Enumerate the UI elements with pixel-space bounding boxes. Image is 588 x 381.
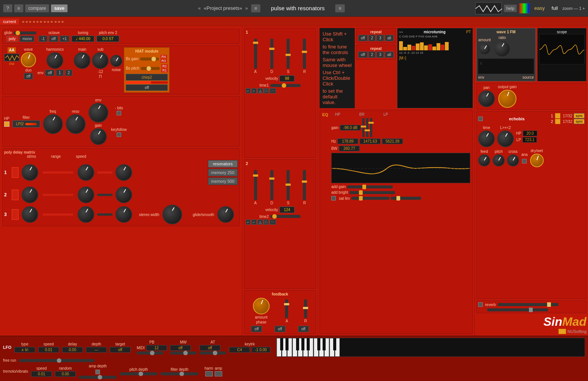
env1-shape-1[interactable]: ⌐ <box>246 88 251 93</box>
sat-lim-slider[interactable] <box>351 197 389 200</box>
full-button[interactable]: full <box>549 4 560 12</box>
env1-a-slider[interactable] <box>254 39 257 69</box>
add-bright-slider[interactable] <box>349 191 395 194</box>
env2-shape-5[interactable]: ⋯ <box>270 219 276 225</box>
feedback-a-slider[interactable] <box>285 299 288 318</box>
eq-bw-value[interactable]: 260.77 <box>339 146 360 151</box>
lfo-target-value[interactable]: off <box>110 347 131 353</box>
mw-slider[interactable] <box>170 351 197 355</box>
env1-time1-slider[interactable] <box>270 84 301 87</box>
stereo-width-knob[interactable] <box>162 205 182 224</box>
resonators-button[interactable]: resonators <box>208 160 238 168</box>
filter-gain-knob[interactable] <box>90 128 107 145</box>
tuning-value[interactable]: ♩ 440.00 <box>72 36 94 42</box>
at-slider[interactable] <box>200 351 226 355</box>
sat-lim-toggle[interactable] <box>331 196 336 201</box>
tremolo-filter-slider[interactable] <box>161 372 198 375</box>
bs-gain-slider[interactable] <box>140 58 159 61</box>
delay-row-3-range[interactable] <box>78 206 94 223</box>
aa-label[interactable]: AA <box>8 47 16 53</box>
help-icon-button[interactable]: help <box>504 5 517 12</box>
env2-shape-2[interactable]: ⌐ <box>251 219 256 225</box>
nav-left-arrows[interactable]: « « « » » » « « « » » » <box>19 19 67 24</box>
oct-minus-button[interactable]: -1 <box>39 36 47 42</box>
preset-menu-button[interactable]: ≡ <box>251 4 260 12</box>
echobis-lxr2-knob[interactable] <box>497 131 514 147</box>
echobis-indicator1[interactable] <box>555 113 560 118</box>
delay-row-2-speed[interactable] <box>115 187 132 203</box>
output-gain-knob[interactable] <box>498 90 516 108</box>
easy-button[interactable]: easy <box>532 4 547 12</box>
delay-row-3-speed[interactable] <box>115 206 132 223</box>
memory500-button[interactable]: memory 500 <box>208 177 238 185</box>
poly-button[interactable]: poly <box>6 36 18 42</box>
delay-row-1-speed[interactable] <box>115 164 132 181</box>
feedback-r-slider[interactable] <box>304 299 307 318</box>
env1-s-slider[interactable] <box>287 39 290 69</box>
r2-label[interactable]: R2 <box>161 64 168 68</box>
repeat1-2[interactable]: 2 <box>368 35 376 41</box>
lfo-depth-value[interactable]: --- <box>86 347 107 353</box>
echobis-lp-value[interactable]: 723.1 <box>522 137 537 143</box>
microtuning-arrows[interactable]: >> <box>399 30 403 34</box>
repeat2-all[interactable]: all <box>385 51 394 58</box>
pb-value[interactable]: 12 <box>146 345 167 351</box>
nav-next-arrows[interactable]: » » » <box>33 19 42 24</box>
nav-prev2-arrows[interactable]: « « « <box>44 19 53 24</box>
env1-shape-5[interactable]: ⋯ <box>270 88 276 93</box>
echobis-indicator2[interactable] <box>555 119 560 124</box>
r1-label[interactable]: R1 <box>161 68 168 72</box>
compare-button[interactable]: compare <box>25 4 50 12</box>
sat-lim-slider2[interactable] <box>391 197 421 200</box>
mono-button[interactable]: mono <box>20 36 34 42</box>
echobis-drywet-knob[interactable] <box>530 154 544 167</box>
delay-row-1-stms[interactable] <box>22 164 38 181</box>
keyfollow-toggle[interactable] <box>117 132 121 137</box>
env1-d-slider[interactable] <box>270 39 273 69</box>
c4-value[interactable]: C4 <box>229 347 250 353</box>
env1-velocity-value[interactable]: 98 <box>279 75 295 82</box>
add-gain-slider[interactable] <box>347 185 393 188</box>
preset-right-menu[interactable]: ≡ <box>335 4 345 12</box>
mt-display[interactable]: [M↑] <box>399 56 406 60</box>
repeat1-3[interactable]: 3 <box>376 35 384 41</box>
repeat1-all[interactable]: all <box>385 35 394 41</box>
eq-gain-value[interactable]: -98.0 dB <box>340 125 361 131</box>
feedback-off1[interactable]: off <box>251 326 262 332</box>
free-run-slider[interactable] <box>19 359 95 362</box>
chirp2-display[interactable]: chirp2 <box>126 74 168 81</box>
echobis-hp-value[interactable]: 20.0 <box>523 131 537 136</box>
sub-knob[interactable] <box>92 52 109 69</box>
repeat2-2[interactable]: 2 <box>368 51 376 58</box>
wave-knob[interactable] <box>21 52 36 67</box>
freq-knob[interactable] <box>43 114 63 134</box>
tremolo-pitch-slider[interactable] <box>120 372 158 375</box>
neg1-value[interactable]: -1 0.00 <box>251 347 270 353</box>
lfo-type-value[interactable]: ∧ tri <box>14 347 35 353</box>
env2-shape-1[interactable]: ⌐ <box>246 219 251 225</box>
preset-left-label[interactable]: «Project presets» <box>204 5 242 11</box>
tremolo-speed-value[interactable]: 0.01 <box>31 371 52 377</box>
env2-shape-4[interactable]: □ <box>264 219 269 225</box>
delay-row-1-range[interactable] <box>78 164 94 181</box>
echobis-sync1[interactable]: sync <box>574 113 585 118</box>
delay-row-2-stms[interactable] <box>22 187 38 203</box>
filter-type-selector[interactable]: LPI2 <box>12 120 40 128</box>
delay-row-3-stms[interactable] <box>22 206 38 223</box>
help-button[interactable]: ? <box>3 4 12 12</box>
echobis-sync2[interactable]: sync <box>574 119 585 124</box>
pan-knob[interactable] <box>478 90 495 107</box>
tremolo-random-value[interactable]: 0.00 <box>55 371 76 377</box>
reverb-toggle[interactable] <box>478 302 483 307</box>
delay-row-2-indicator[interactable] <box>12 190 19 200</box>
delay-row-1-indicator[interactable] <box>12 167 19 178</box>
zoom-control[interactable]: zoom — 1 + <box>562 6 585 11</box>
oct-plus-button[interactable]: +1 <box>60 36 69 42</box>
duo-off-button[interactable]: off <box>24 73 33 79</box>
mw-value[interactable]: off <box>170 345 191 351</box>
menu-button[interactable]: ≡ <box>14 4 23 12</box>
preset-arrows-right[interactable]: » <box>245 5 248 11</box>
bits-toggle[interactable] <box>117 111 121 115</box>
memory250-button[interactable]: memory 250 <box>208 169 238 176</box>
echobis-toggle[interactable] <box>478 117 483 121</box>
